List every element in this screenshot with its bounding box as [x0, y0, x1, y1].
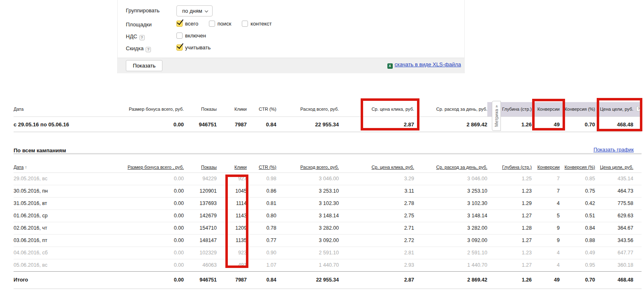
- cell: 3.29: [339, 173, 414, 185]
- cell: 0.42: [560, 198, 595, 210]
- cell-date: 31.05.2016, вт: [14, 198, 116, 210]
- group-by-select[interactable]: по дням: [176, 5, 213, 16]
- cell: 137693: [184, 198, 217, 210]
- cell: 464.73: [595, 185, 633, 198]
- summary-shows: 946751: [184, 117, 217, 132]
- col-header-avg-daily: Ср. расход за день, руб.: [414, 160, 487, 173]
- cell: 364.67: [595, 222, 633, 235]
- summary-header-spend: Расход всего, руб.: [276, 102, 339, 117]
- cell: 0.98: [247, 173, 276, 185]
- cell: 0.00: [116, 185, 184, 198]
- col-header-conversions: Конверсии: [532, 160, 560, 173]
- sort-by-spend[interactable]: Расход всего, руб.: [300, 165, 339, 170]
- col-header-conv-rate: Конверсия (%): [560, 160, 595, 173]
- cell: 142679: [184, 210, 217, 222]
- cell: 120901: [184, 185, 217, 198]
- filter-panel-footer: Показать Xскачать в виде XLS-файла: [118, 58, 464, 73]
- cell: 0.00: [116, 235, 184, 247]
- cell: 1 440.70: [414, 259, 487, 272]
- sort-by-bonus[interactable]: Размер бонуса всего , руб.: [127, 165, 184, 170]
- sort-by-date[interactable]: Дата: [14, 165, 23, 170]
- cell-date: 03.06.2016, пт: [14, 235, 116, 247]
- cell: 2.75: [339, 210, 414, 222]
- sort-by-clicks[interactable]: Клики: [234, 165, 247, 170]
- cell: 2.72: [339, 235, 414, 247]
- goal-cost-help-icon[interactable]: ?: [636, 106, 642, 112]
- summary-header-avg-daily: Ср. расход за день, руб.: [414, 102, 487, 117]
- group-by-label: Группировать: [126, 7, 160, 14]
- summary-header-ctr: CTR (%): [247, 102, 276, 117]
- cell: 3 253.10: [276, 185, 339, 198]
- cell: 9: [532, 222, 560, 235]
- cell: 629.63: [595, 210, 633, 222]
- summary-bonus: 0.00: [116, 117, 184, 132]
- summary-spend: 22 955.34: [276, 117, 339, 132]
- summary-date-range: с 29.05.16 по 05.06.16: [14, 117, 116, 132]
- sort-by-conversions[interactable]: Конверсии: [537, 165, 560, 170]
- cell: 927: [217, 173, 247, 185]
- cell: 0.84: [247, 272, 276, 289]
- cell: 1.29: [487, 198, 532, 210]
- cell: 2.87: [339, 272, 414, 289]
- cell: 3.11: [339, 185, 414, 198]
- checkbox-discount-label: учитывать: [185, 44, 211, 51]
- checkbox-search[interactable]: [209, 21, 215, 27]
- cell: 0.84: [560, 222, 595, 235]
- sort-by-ctr[interactable]: CTR (%): [259, 165, 276, 170]
- sort-by-depth[interactable]: Глубина (стр.): [502, 165, 532, 170]
- cell: 2.81: [339, 247, 414, 259]
- summary-avg-cpc: 2.87: [339, 117, 414, 132]
- cell: 1.23: [487, 185, 532, 198]
- cell: 343.56: [595, 235, 633, 247]
- cell: 647.77: [595, 247, 633, 259]
- cell: 3 102.30: [414, 198, 487, 210]
- cell: 3 092.00: [276, 235, 339, 247]
- show-button[interactable]: Показать: [126, 60, 162, 71]
- sort-by-goal-cost[interactable]: Цена цели, руб.: [600, 165, 633, 170]
- show-chart-link[interactable]: Показать график: [593, 147, 634, 153]
- header-empty-cell: [633, 160, 642, 173]
- cell: 0.70: [560, 272, 595, 289]
- cell: 0.77: [247, 235, 276, 247]
- cell-empty: [633, 185, 642, 198]
- discount-label: Скидка?: [126, 45, 151, 52]
- cell-empty: [633, 210, 642, 222]
- cell: 1114: [217, 198, 247, 210]
- platforms-options: всего поиск контекст: [176, 21, 272, 27]
- cell: 3 148.14: [276, 210, 339, 222]
- xls-download-link[interactable]: скачать в виде XLS-файла: [395, 61, 461, 68]
- cell: 9: [532, 235, 560, 247]
- cell: 22 955.34: [276, 272, 339, 289]
- cell: 3 282.00: [276, 222, 339, 235]
- summary-goal-cost: 468.48: [595, 117, 633, 132]
- col-header-clicks: Клики: [217, 160, 247, 173]
- cell: 1.07: [247, 259, 276, 272]
- cell-date: 30.05.2016, пн: [14, 185, 116, 198]
- discount-help-icon[interactable]: ?: [146, 47, 151, 52]
- cell-empty: [633, 272, 642, 289]
- cell: 3 092.00: [414, 235, 487, 247]
- summary-empty-cell: [633, 117, 642, 132]
- checkbox-discount[interactable]: [176, 44, 183, 51]
- cell-date: 29.05.2016, вс: [14, 173, 116, 185]
- cell: 0.86: [247, 185, 276, 198]
- sort-by-avg-cpc[interactable]: Ср. цена клика, руб.: [372, 165, 414, 170]
- checkbox-context[interactable]: [242, 21, 248, 27]
- col-header-spend: Расход всего, руб.: [276, 160, 339, 173]
- metrika-tab[interactable]: Метрика »: [492, 101, 501, 131]
- summary-header-shows: Показы: [184, 102, 217, 117]
- sort-by-avg-daily[interactable]: Ср. расход за день, руб.: [436, 165, 487, 170]
- vat-help-icon[interactable]: ?: [139, 35, 145, 40]
- checkbox-total[interactable]: [176, 21, 183, 27]
- sort-asc-icon: ↑: [25, 165, 27, 170]
- col-header-ctr: CTR (%): [247, 160, 276, 173]
- cell: 1.27: [487, 259, 532, 272]
- sort-by-shows[interactable]: Показы: [201, 165, 217, 170]
- cell: 0.90: [247, 247, 276, 259]
- checkbox-vat[interactable]: [176, 33, 183, 39]
- cell: 0.00: [116, 198, 184, 210]
- col-header-avg-cpc: Ср. цена клика, руб.: [339, 160, 414, 173]
- sort-by-conv-rate[interactable]: Конверсия (%): [565, 165, 595, 170]
- totals-row: Итого0.0094675179870.8422 955.342.872 86…: [14, 272, 642, 289]
- campaigns-table: Дата↑ Размер бонуса всего , руб. Показы …: [14, 160, 642, 289]
